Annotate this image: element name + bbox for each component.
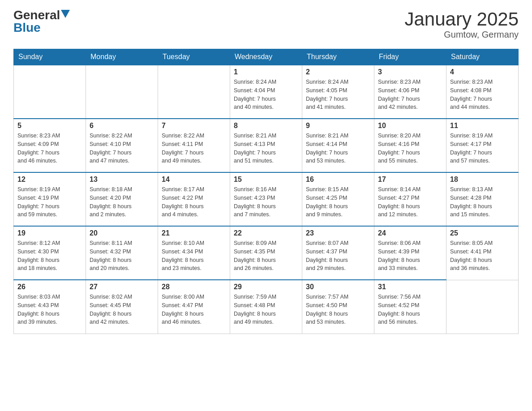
day-info: Sunrise: 8:23 AM Sunset: 4:06 PM Dayligh…	[378, 78, 442, 111]
day-number: 12	[17, 176, 82, 184]
calendar-header: SundayMondayTuesdayWednesdayThursdayFrid…	[14, 49, 519, 65]
day-number: 24	[378, 229, 442, 237]
day-number: 1	[234, 68, 298, 76]
day-number: 22	[234, 229, 298, 237]
calendar-cell: 9Sunrise: 8:21 AM Sunset: 4:14 PM Daylig…	[302, 119, 374, 172]
logo-triangle-icon	[61, 10, 70, 18]
day-info: Sunrise: 8:16 AM Sunset: 4:23 PM Dayligh…	[234, 185, 298, 219]
calendar-cell: 12Sunrise: 8:19 AM Sunset: 4:19 PM Dayli…	[14, 172, 86, 226]
calendar-cell: 26Sunrise: 8:03 AM Sunset: 4:43 PM Dayli…	[14, 280, 86, 334]
col-header-friday: Friday	[374, 49, 446, 65]
day-info: Sunrise: 8:20 AM Sunset: 4:16 PM Dayligh…	[378, 132, 442, 165]
col-header-tuesday: Tuesday	[158, 49, 230, 65]
calendar-cell: 13Sunrise: 8:18 AM Sunset: 4:20 PM Dayli…	[86, 172, 158, 226]
calendar-cell: 19Sunrise: 8:12 AM Sunset: 4:30 PM Dayli…	[14, 226, 86, 280]
calendar-cell	[14, 65, 86, 119]
calendar-cell: 14Sunrise: 8:17 AM Sunset: 4:22 PM Dayli…	[158, 172, 230, 226]
calendar-subtitle: Gumtow, Germany	[404, 30, 519, 40]
day-info: Sunrise: 8:15 AM Sunset: 4:25 PM Dayligh…	[306, 185, 370, 219]
day-number: 19	[17, 229, 82, 237]
day-number: 5	[17, 122, 82, 130]
day-info: Sunrise: 8:13 AM Sunset: 4:28 PM Dayligh…	[450, 185, 515, 219]
day-info: Sunrise: 8:23 AM Sunset: 4:08 PM Dayligh…	[450, 78, 515, 111]
calendar-cell: 6Sunrise: 8:22 AM Sunset: 4:10 PM Daylig…	[86, 119, 158, 172]
day-number: 25	[450, 229, 515, 237]
day-info: Sunrise: 8:11 AM Sunset: 4:32 PM Dayligh…	[90, 239, 154, 273]
calendar-cell: 10Sunrise: 8:20 AM Sunset: 4:16 PM Dayli…	[374, 119, 446, 172]
calendar-cell: 25Sunrise: 8:05 AM Sunset: 4:41 PM Dayli…	[446, 226, 519, 280]
day-number: 26	[17, 283, 82, 291]
day-info: Sunrise: 8:19 AM Sunset: 4:17 PM Dayligh…	[450, 132, 515, 165]
day-info: Sunrise: 8:10 AM Sunset: 4:34 PM Dayligh…	[162, 239, 226, 273]
day-info: Sunrise: 8:07 AM Sunset: 4:37 PM Dayligh…	[306, 239, 370, 273]
calendar-cell: 2Sunrise: 8:24 AM Sunset: 4:05 PM Daylig…	[302, 65, 374, 119]
day-number: 16	[306, 176, 370, 184]
day-number: 31	[378, 283, 442, 291]
calendar-cell: 21Sunrise: 8:10 AM Sunset: 4:34 PM Dayli…	[158, 226, 230, 280]
day-info: Sunrise: 8:00 AM Sunset: 4:47 PM Dayligh…	[162, 293, 226, 326]
logo: General Blue	[13, 9, 70, 34]
calendar-cell: 15Sunrise: 8:16 AM Sunset: 4:23 PM Dayli…	[230, 172, 302, 226]
logo-blue-text: Blue	[13, 21, 41, 34]
day-info: Sunrise: 8:22 AM Sunset: 4:10 PM Dayligh…	[90, 132, 154, 165]
calendar-cell: 18Sunrise: 8:13 AM Sunset: 4:28 PM Dayli…	[446, 172, 519, 226]
calendar-cell: 16Sunrise: 8:15 AM Sunset: 4:25 PM Dayli…	[302, 172, 374, 226]
day-info: Sunrise: 8:19 AM Sunset: 4:19 PM Dayligh…	[17, 185, 82, 219]
calendar-cell: 23Sunrise: 8:07 AM Sunset: 4:37 PM Dayli…	[302, 226, 374, 280]
calendar-cell: 8Sunrise: 8:21 AM Sunset: 4:13 PM Daylig…	[230, 119, 302, 172]
day-number: 23	[306, 229, 370, 237]
day-info: Sunrise: 8:05 AM Sunset: 4:41 PM Dayligh…	[450, 239, 515, 273]
day-info: Sunrise: 8:17 AM Sunset: 4:22 PM Dayligh…	[162, 185, 226, 219]
day-number: 7	[162, 122, 226, 130]
calendar-cell: 1Sunrise: 8:24 AM Sunset: 4:04 PM Daylig…	[230, 65, 302, 119]
day-info: Sunrise: 8:18 AM Sunset: 4:20 PM Dayligh…	[90, 185, 154, 219]
day-number: 3	[378, 68, 442, 76]
calendar-cell	[86, 65, 158, 119]
calendar-cell: 27Sunrise: 8:02 AM Sunset: 4:45 PM Dayli…	[86, 280, 158, 334]
title-block: January 2025 Gumtow, Germany	[404, 9, 519, 40]
day-number: 11	[450, 122, 515, 130]
calendar-cell: 20Sunrise: 8:11 AM Sunset: 4:32 PM Dayli…	[86, 226, 158, 280]
calendar-cell: 30Sunrise: 7:57 AM Sunset: 4:50 PM Dayli…	[302, 280, 374, 334]
col-header-sunday: Sunday	[14, 49, 86, 65]
day-number: 13	[90, 176, 154, 184]
calendar-cell: 11Sunrise: 8:19 AM Sunset: 4:17 PM Dayli…	[446, 119, 519, 172]
day-info: Sunrise: 8:02 AM Sunset: 4:45 PM Dayligh…	[90, 293, 154, 326]
day-number: 14	[162, 176, 226, 184]
day-info: Sunrise: 7:57 AM Sunset: 4:50 PM Dayligh…	[306, 293, 370, 326]
day-info: Sunrise: 8:23 AM Sunset: 4:09 PM Dayligh…	[17, 132, 82, 165]
day-number: 17	[378, 176, 442, 184]
day-number: 21	[162, 229, 226, 237]
calendar-cell: 5Sunrise: 8:23 AM Sunset: 4:09 PM Daylig…	[14, 119, 86, 172]
day-number: 9	[306, 122, 370, 130]
day-number: 30	[306, 283, 370, 291]
calendar-cell: 4Sunrise: 8:23 AM Sunset: 4:08 PM Daylig…	[446, 65, 519, 119]
day-info: Sunrise: 8:12 AM Sunset: 4:30 PM Dayligh…	[17, 239, 82, 273]
day-number: 20	[90, 229, 154, 237]
day-info: Sunrise: 8:24 AM Sunset: 4:05 PM Dayligh…	[306, 78, 370, 111]
col-header-saturday: Saturday	[446, 49, 519, 65]
day-number: 18	[450, 176, 515, 184]
calendar-cell: 24Sunrise: 8:06 AM Sunset: 4:39 PM Dayli…	[374, 226, 446, 280]
day-info: Sunrise: 8:22 AM Sunset: 4:11 PM Dayligh…	[162, 132, 226, 165]
day-info: Sunrise: 7:59 AM Sunset: 4:48 PM Dayligh…	[234, 293, 298, 326]
day-number: 8	[234, 122, 298, 130]
day-number: 15	[234, 176, 298, 184]
day-number: 27	[90, 283, 154, 291]
day-number: 28	[162, 283, 226, 291]
calendar-cell	[158, 65, 230, 119]
day-number: 6	[90, 122, 154, 130]
day-info: Sunrise: 8:14 AM Sunset: 4:27 PM Dayligh…	[378, 185, 442, 219]
day-info: Sunrise: 8:03 AM Sunset: 4:43 PM Dayligh…	[17, 293, 82, 326]
calendar-cell: 28Sunrise: 8:00 AM Sunset: 4:47 PM Dayli…	[158, 280, 230, 334]
day-number: 29	[234, 283, 298, 291]
day-number: 2	[306, 68, 370, 76]
calendar-cell: 17Sunrise: 8:14 AM Sunset: 4:27 PM Dayli…	[374, 172, 446, 226]
col-header-wednesday: Wednesday	[230, 49, 302, 65]
calendar-cell: 3Sunrise: 8:23 AM Sunset: 4:06 PM Daylig…	[374, 65, 446, 119]
day-info: Sunrise: 8:21 AM Sunset: 4:14 PM Dayligh…	[306, 132, 370, 165]
day-info: Sunrise: 7:56 AM Sunset: 4:52 PM Dayligh…	[378, 293, 442, 326]
logo-general-text: General	[13, 9, 60, 21]
day-info: Sunrise: 8:06 AM Sunset: 4:39 PM Dayligh…	[378, 239, 442, 273]
calendar-cell: 7Sunrise: 8:22 AM Sunset: 4:11 PM Daylig…	[158, 119, 230, 172]
